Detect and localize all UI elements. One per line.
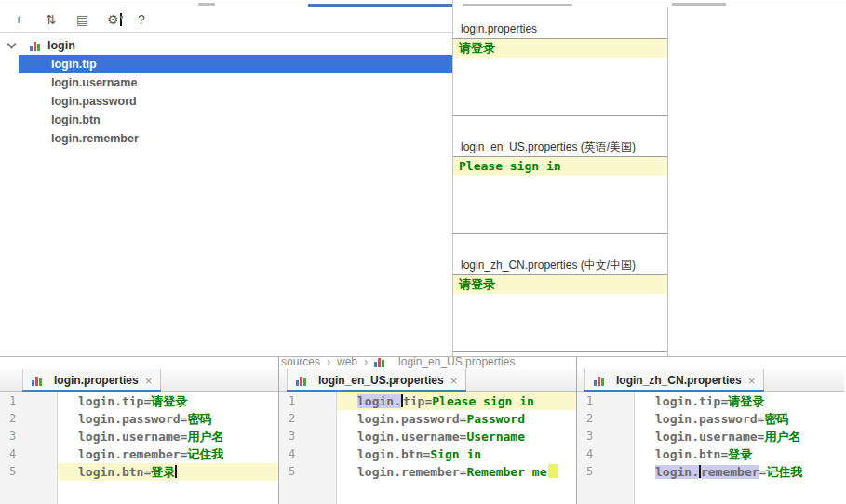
property-value: 密码 xyxy=(187,412,211,426)
tab-login-properties[interactable]: login.properties × xyxy=(22,369,161,391)
breadcrumb-bar: sources › web › login_en_US.properties xyxy=(279,357,576,369)
property-value: Please sign in xyxy=(432,394,534,408)
line-number: 2 xyxy=(0,410,57,428)
help-icon[interactable]: ? xyxy=(138,12,168,27)
property-key-highlighted: login. xyxy=(655,465,699,479)
breadcrumb-separator: › xyxy=(364,357,368,369)
editor-splitter: login.properties × 1 2 3 4 5 login.tip=请… xyxy=(0,356,846,504)
code-line[interactable]: login.tip=请登录 xyxy=(58,392,278,410)
resource-bundle-editor-window: + ⇅ ▤ ⚙▾ ? login login.tip login.usernam… xyxy=(0,0,846,504)
code-area[interactable]: login.tip=请登录 login.password=密码 login.us… xyxy=(58,392,278,504)
bundle-structure-panel: + ⇅ ▤ ⚙▾ ? login login.tip login.usernam… xyxy=(0,7,452,356)
code-line-current[interactable]: login.btn=登录 xyxy=(58,463,278,481)
value-section-title-en-us: login_en_US.properties (英语/美国) xyxy=(453,137,667,157)
editor-pane-login-properties: login.properties × 1 2 3 4 5 login.tip=请… xyxy=(0,357,279,504)
code-line[interactable]: login.tip=请登录 xyxy=(635,392,844,410)
line-number: 4 xyxy=(0,445,57,463)
tree-item-login-password[interactable]: login.password xyxy=(19,92,452,111)
properties-file-icon xyxy=(374,357,386,367)
line-number: 2 xyxy=(279,410,336,428)
breadcrumb-item[interactable]: login_en_US.properties xyxy=(398,357,515,369)
active-tab-underline-fragment xyxy=(308,4,453,7)
breadcrumb-item[interactable]: web xyxy=(337,357,357,369)
line-number-gutter: 1 2 3 4 5 xyxy=(577,392,635,504)
property-key: login.btn xyxy=(655,447,720,461)
code-line[interactable]: login.password=Password xyxy=(337,410,576,428)
property-key: login.remember xyxy=(78,447,181,461)
tab-close-icon[interactable]: × xyxy=(145,374,153,388)
tab-label: login.properties xyxy=(54,374,139,387)
code-line[interactable]: login.btn=Sign in xyxy=(337,445,576,463)
tree-item-login-tip[interactable]: login.tip xyxy=(19,55,452,73)
settings-gear-icon[interactable]: ⚙▾ xyxy=(107,12,138,27)
property-value: Sign in xyxy=(430,447,481,461)
code-line[interactable]: login.username=用户名 xyxy=(58,428,278,445)
clipped-tab-fragment xyxy=(198,3,215,6)
tree-item-login-remember[interactable]: login.remember xyxy=(19,129,452,148)
line-number: 3 xyxy=(577,428,634,445)
code-line[interactable]: login.username=用户名 xyxy=(635,428,844,445)
line-number: 5 xyxy=(577,463,634,481)
property-value: 用户名 xyxy=(764,430,800,444)
code-editor: 1 2 3 4 5 login.tip=Please sign in login… xyxy=(279,392,576,504)
property-value: Password xyxy=(466,412,525,426)
panel-divider[interactable] xyxy=(667,7,668,356)
value-section-title-default: login.properties xyxy=(453,19,667,39)
code-editor: 1 2 3 4 5 login.tip=请登录 login.password=密… xyxy=(0,392,278,504)
code-line[interactable]: login.password=密码 xyxy=(58,410,278,428)
clipped-tab-fragment xyxy=(463,4,572,6)
property-key: login.btn xyxy=(357,447,423,461)
resource-bundle-icon xyxy=(30,40,42,51)
code-line-current[interactable]: login.tip=Please sign in xyxy=(337,392,576,410)
editor-tabbar: login.properties × xyxy=(0,369,278,392)
code-line[interactable]: login.password=密码 xyxy=(635,410,844,428)
property-value: 登录 xyxy=(728,447,752,461)
editor-pane-login-en-us-properties: sources › web › login_en_US.properties l… xyxy=(279,357,577,504)
line-number-gutter: 1 2 3 4 5 xyxy=(0,392,58,504)
tab-close-icon[interactable]: × xyxy=(748,374,756,388)
add-property-icon[interactable]: + xyxy=(15,12,46,27)
breadcrumb-item[interactable]: sources xyxy=(281,357,320,369)
code-editor: 1 2 3 4 5 login.tip=请登录 login.password=密… xyxy=(577,392,844,504)
line-number: 1 xyxy=(0,392,57,410)
property-value: 密码 xyxy=(764,412,788,426)
search-match-highlight xyxy=(548,464,558,478)
code-line[interactable]: login.btn=登录 xyxy=(635,445,844,463)
editor-tabbar: login_en_US.properties × xyxy=(279,369,576,392)
value-editor-zh-cn[interactable]: 请登录 xyxy=(453,275,667,352)
tab-login-en-us-properties[interactable]: login_en_US.properties × xyxy=(287,369,466,391)
property-key: login.password xyxy=(78,412,181,426)
grouping-view-icon[interactable]: ▤ xyxy=(76,12,107,27)
tab-login-zh-cn-properties[interactable]: login_zh_CN.properties × xyxy=(584,369,764,391)
line-number: 4 xyxy=(577,445,634,463)
tree-root-label: login xyxy=(47,39,75,52)
tree-root-login[interactable]: login xyxy=(0,36,452,55)
value-editor-en-us[interactable]: Please sign in xyxy=(453,157,667,234)
properties-file-icon xyxy=(594,375,606,386)
code-line-current[interactable]: login.remember=记住我 xyxy=(635,463,844,481)
line-number: 3 xyxy=(279,428,336,445)
property-key: login.username xyxy=(78,430,181,444)
tree-expand-icon[interactable] xyxy=(7,40,17,49)
editor-pane-login-zh-cn-properties: login_zh_CN.properties × 1 2 3 4 5 login… xyxy=(577,357,844,504)
pane-top-strip xyxy=(0,357,278,369)
code-line[interactable]: login.username=Username xyxy=(337,428,576,445)
tab-label: login_en_US.properties xyxy=(318,374,444,387)
value-editor-default[interactable]: 请登录 xyxy=(453,39,667,116)
sort-icon[interactable]: ⇅ xyxy=(46,12,76,27)
value-text: 请登录 xyxy=(453,39,667,58)
code-line[interactable]: login.remember=Remember me xyxy=(337,463,576,481)
code-area[interactable]: login.tip=Please sign in login.password=… xyxy=(337,392,576,504)
pane-top-strip xyxy=(577,357,844,369)
property-value: 请登录 xyxy=(728,394,764,408)
property-key: login.tip xyxy=(655,394,720,408)
code-line[interactable]: login.remember=记住我 xyxy=(58,445,278,463)
property-value: 记住我 xyxy=(187,447,223,461)
property-key-highlighted: remember xyxy=(701,465,759,479)
code-area[interactable]: login.tip=请登录 login.password=密码 login.us… xyxy=(635,392,844,504)
tree-item-login-btn[interactable]: login.btn xyxy=(19,111,452,129)
property-value: 记住我 xyxy=(766,465,802,479)
tab-close-icon[interactable]: × xyxy=(450,374,458,388)
tree-item-login-username[interactable]: login.username xyxy=(19,73,452,92)
chevron-down-icon: ▾ xyxy=(120,13,122,26)
